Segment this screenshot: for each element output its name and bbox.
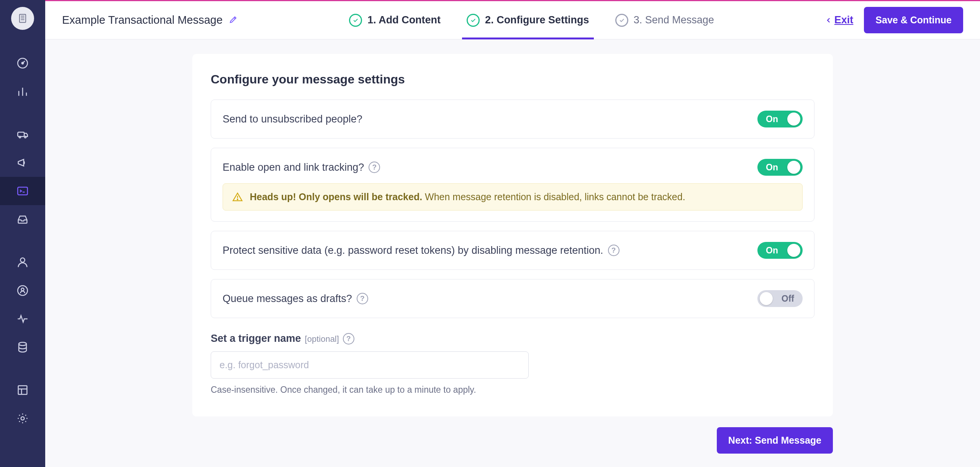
setting-label: Enable open and link tracking? — [223, 162, 364, 173]
inbox-icon — [16, 213, 29, 226]
alert-text: When message retention is disabled, link… — [422, 191, 685, 202]
nav-data[interactable] — [0, 333, 45, 361]
topbar: Example Transactional Message 1. Add Con… — [45, 0, 980, 39]
target-person-icon — [16, 284, 29, 297]
nav-transactional[interactable] — [0, 177, 45, 205]
building-icon — [17, 13, 28, 24]
megaphone-icon — [16, 156, 29, 169]
nav-content[interactable] — [0, 376, 45, 404]
exit-link[interactable]: Exit — [825, 14, 854, 26]
trigger-helper-text: Case-insensitive. Once changed, it can t… — [211, 385, 814, 395]
card-title: Configure your message settings — [211, 72, 814, 87]
step-label: 2. Configure Settings — [485, 14, 589, 26]
nav-journeys[interactable] — [0, 120, 45, 149]
svg-point-5 — [22, 62, 23, 64]
save-continue-button[interactable]: Save & Continue — [864, 7, 963, 33]
step-send-message[interactable]: 3. Send Message — [615, 1, 714, 39]
gear-icon — [16, 412, 29, 425]
toggle-knob — [787, 161, 800, 174]
database-icon — [16, 341, 29, 354]
person-icon — [16, 256, 29, 269]
svg-rect-18 — [18, 386, 27, 395]
svg-point-14 — [20, 258, 25, 262]
svg-point-21 — [21, 417, 25, 420]
gauge-icon — [16, 57, 29, 70]
alert-bold-text: Heads up! Only opens will be tracked. — [250, 191, 422, 202]
trigger-name-input[interactable] — [211, 351, 529, 379]
help-icon[interactable]: ? — [343, 333, 354, 345]
svg-point-17 — [19, 342, 26, 346]
terminal-icon — [16, 185, 29, 198]
svg-point-16 — [21, 288, 24, 291]
toggle-tracking[interactable]: On — [757, 159, 803, 176]
check-circle-icon — [349, 14, 362, 27]
layout-icon — [16, 384, 29, 397]
page-title: Example Transactional Message — [62, 14, 223, 26]
sidebar — [0, 0, 45, 467]
nav-people[interactable] — [0, 248, 45, 276]
step-label: 1. Add Content — [367, 14, 441, 26]
setting-label: Send to unsubscribed people? — [223, 113, 362, 125]
help-icon[interactable]: ? — [608, 245, 619, 256]
setting-label: Protect sensitive data (e.g. password re… — [223, 245, 603, 256]
tracking-alert: Heads up! Only opens will be tracked. Wh… — [223, 183, 803, 211]
toggle-queue-drafts[interactable]: Off — [757, 290, 803, 307]
toggle-knob — [787, 113, 800, 126]
setting-protect-data: Protect sensitive data (e.g. password re… — [211, 231, 814, 270]
nav-deliveries[interactable] — [0, 205, 45, 234]
nav-activity[interactable] — [0, 305, 45, 333]
chevron-left-icon — [825, 17, 832, 24]
toggle-state-label: On — [766, 162, 778, 173]
setting-label: Queue messages as drafts? — [223, 293, 352, 305]
toggle-protect-data[interactable]: On — [757, 242, 803, 259]
toggle-state-label: On — [766, 114, 778, 124]
svg-point-11 — [25, 136, 26, 138]
svg-point-23 — [237, 199, 238, 199]
bar-chart-icon — [16, 85, 29, 98]
settings-card: Configure your message settings Send to … — [192, 54, 833, 416]
toggle-state-label: Off — [782, 294, 794, 304]
toggle-send-unsubscribed[interactable]: On — [757, 111, 803, 127]
pencil-icon — [229, 15, 238, 24]
check-circle-icon — [615, 14, 628, 27]
svg-rect-0 — [20, 15, 26, 23]
svg-rect-9 — [18, 132, 24, 136]
truck-icon — [16, 128, 29, 141]
setting-queue-drafts: Queue messages as drafts? ? Off — [211, 279, 814, 318]
next-send-message-button[interactable]: Next: Send Message — [717, 427, 833, 454]
trigger-title: Set a trigger name — [211, 333, 301, 345]
nav-broadcasts[interactable] — [0, 149, 45, 177]
workspace-avatar[interactable] — [11, 7, 34, 30]
svg-point-10 — [19, 136, 21, 138]
help-icon[interactable]: ? — [369, 162, 380, 173]
toggle-knob — [760, 292, 773, 305]
edit-title-button[interactable] — [229, 15, 238, 26]
setting-send-unsubscribed: Send to unsubscribed people? On — [211, 100, 814, 139]
step-label: 3. Send Message — [634, 14, 714, 26]
nav-settings[interactable] — [0, 404, 45, 433]
check-circle-icon — [467, 14, 480, 27]
toggle-state-label: On — [766, 245, 778, 256]
warning-icon — [232, 192, 243, 202]
trigger-name-section: Set a trigger name [optional] ? Case-ins… — [211, 333, 814, 395]
exit-label: Exit — [834, 14, 854, 26]
nav-segments[interactable] — [0, 276, 45, 305]
toggle-knob — [787, 244, 800, 257]
step-add-content[interactable]: 1. Add Content — [349, 1, 441, 39]
setting-tracking: Enable open and link tracking? ? On Head… — [211, 148, 814, 222]
pulse-icon — [16, 312, 29, 325]
nav-analytics[interactable] — [0, 77, 45, 106]
help-icon[interactable]: ? — [357, 293, 368, 304]
svg-rect-12 — [18, 187, 28, 195]
step-configure-settings[interactable]: 2. Configure Settings — [467, 1, 589, 39]
optional-tag: [optional] — [305, 334, 339, 344]
nav-dashboard[interactable] — [0, 49, 45, 77]
